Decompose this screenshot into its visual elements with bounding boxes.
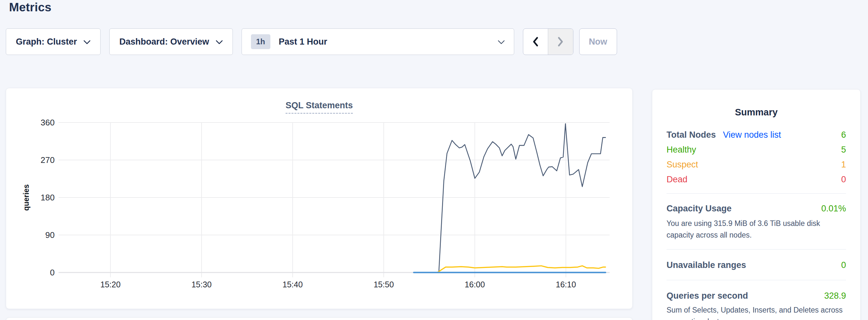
capacity-usage-row: Capacity Usage 0.01% bbox=[666, 202, 846, 215]
sql-statements-chart[interactable]: 15:2015:3015:4015:5016:0016:103602701809… bbox=[6, 110, 633, 308]
suspect-label: Suspect bbox=[666, 160, 698, 170]
series-statements-low bbox=[438, 266, 606, 273]
next-time-window-button-disabled[interactable] bbox=[548, 29, 573, 55]
total-nodes-label: Total Nodes bbox=[666, 130, 716, 140]
chevron-left-icon bbox=[532, 36, 539, 47]
chevron-down-icon bbox=[216, 40, 223, 44]
x-axis-tick-label: 15:20 bbox=[100, 280, 121, 289]
y-axis-tick-label: 90 bbox=[45, 230, 55, 240]
sql-statements-chart-card: SQL Statements 15:2015:3015:4015:5016:00… bbox=[6, 88, 632, 309]
queries-per-second-row: Queries per second 328.9 bbox=[666, 289, 846, 302]
x-axis-tick-label: 16:10 bbox=[556, 280, 576, 289]
graph-node-dropdown[interactable]: Graph: Cluster bbox=[6, 28, 100, 55]
queries-per-second-description: Sum of Selects, Updates, Inserts, and De… bbox=[666, 304, 846, 320]
summary-panel: Summary Total Nodes View nodes list 6 He… bbox=[652, 89, 861, 320]
x-axis-tick-label: 15:40 bbox=[283, 280, 303, 289]
y-axis-label: queries bbox=[22, 184, 30, 211]
queries-per-second-label: Queries per second bbox=[666, 291, 748, 301]
next-chart-card-partial bbox=[6, 317, 632, 320]
dead-nodes-row: Dead 0 bbox=[666, 172, 846, 187]
y-axis-tick-label: 0 bbox=[50, 268, 55, 277]
chevron-down-icon bbox=[498, 40, 505, 44]
time-range-badge: 1h bbox=[251, 34, 270, 49]
total-nodes-value: 6 bbox=[841, 130, 846, 140]
time-range-selector[interactable]: 1h Past 1 Hour bbox=[242, 28, 514, 55]
healthy-nodes-row: Healthy 5 bbox=[666, 142, 846, 157]
chart-gridlines bbox=[59, 123, 610, 277]
unavailable-ranges-label: Unavailable ranges bbox=[666, 260, 746, 270]
view-nodes-list-link[interactable]: View nodes list bbox=[723, 130, 781, 140]
now-button-label: Now bbox=[589, 37, 607, 47]
queries-per-second-value: 328.9 bbox=[824, 291, 846, 301]
divider bbox=[666, 249, 846, 250]
y-axis-tick-label: 360 bbox=[41, 118, 55, 127]
dead-value: 0 bbox=[841, 174, 846, 185]
x-axis-tick-label: 15:30 bbox=[191, 280, 212, 289]
x-axis-tick-label: 16:00 bbox=[465, 280, 485, 289]
suspect-value: 1 bbox=[841, 160, 846, 170]
unavailable-ranges-row: Unavailable ranges 0 bbox=[666, 259, 846, 271]
total-nodes-row: Total Nodes View nodes list 6 bbox=[666, 127, 846, 142]
time-window-pager bbox=[523, 28, 574, 55]
capacity-usage-label: Capacity Usage bbox=[666, 204, 732, 214]
capacity-usage-description: You are using 315.9 MiB of 3.6 TiB usabl… bbox=[666, 218, 846, 241]
healthy-value: 5 bbox=[841, 145, 846, 155]
time-range-label: Past 1 Hour bbox=[279, 37, 327, 47]
dashboard-dropdown[interactable]: Dashboard: Overview bbox=[109, 28, 233, 55]
now-button[interactable]: Now bbox=[579, 28, 617, 55]
suspect-nodes-row: Suspect 1 bbox=[666, 157, 846, 172]
healthy-label: Healthy bbox=[666, 145, 696, 155]
divider bbox=[666, 280, 846, 280]
capacity-usage-value: 0.01% bbox=[821, 204, 846, 214]
metrics-toolbar: Graph: Cluster Dashboard: Overview 1h Pa… bbox=[6, 28, 617, 55]
graph-dropdown-label: Graph: Cluster bbox=[16, 37, 77, 47]
dashboard-dropdown-label: Dashboard: Overview bbox=[119, 37, 209, 47]
dead-label: Dead bbox=[666, 174, 687, 185]
unavailable-ranges-value: 0 bbox=[841, 260, 846, 270]
metrics-page: Metrics Graph: Cluster Dashboard: Overvi… bbox=[0, 0, 868, 320]
summary-title: Summary bbox=[666, 107, 846, 118]
chevron-right-icon bbox=[557, 36, 564, 47]
y-axis-tick-label: 270 bbox=[41, 155, 55, 165]
series-statements-high bbox=[439, 124, 606, 273]
divider bbox=[666, 193, 846, 194]
chevron-down-icon bbox=[84, 40, 91, 44]
prev-time-window-button[interactable] bbox=[523, 29, 548, 55]
x-axis-tick-label: 15:50 bbox=[374, 280, 394, 289]
page-title: Metrics bbox=[9, 1, 52, 14]
y-axis-tick-label: 180 bbox=[41, 193, 55, 202]
